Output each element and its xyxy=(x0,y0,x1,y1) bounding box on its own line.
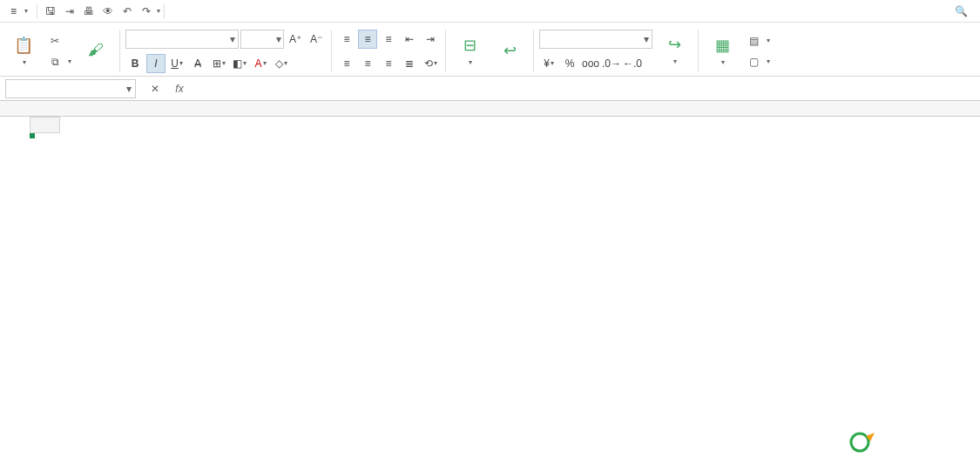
currency-button[interactable]: ¥▾ xyxy=(539,54,558,73)
fill-handle[interactable] xyxy=(30,133,35,138)
percent-button[interactable]: % xyxy=(560,54,579,73)
preview-icon[interactable]: 👁 xyxy=(98,2,118,21)
chevron-down-icon[interactable]: ▾ xyxy=(640,33,652,45)
convert-icon: ↪ xyxy=(668,35,681,54)
merge-icon: ⊟ xyxy=(463,36,476,55)
command-search[interactable]: 🔍 xyxy=(955,5,980,17)
cond-format-button[interactable]: ▦ ▾ xyxy=(704,28,740,75)
cancel-icon[interactable]: ✕ xyxy=(146,80,164,98)
redo-icon[interactable]: ↷ xyxy=(137,2,156,21)
file-menu[interactable]: ≡ ▾ xyxy=(5,5,33,17)
separator xyxy=(331,30,332,72)
separator xyxy=(533,30,534,72)
align-top-button[interactable]: ≡ xyxy=(337,30,356,49)
ribbon: 📋 ▾ ✂ ⧉▾ 🖌 ▾ ▾ A⁺ A⁻ B I xyxy=(0,23,980,77)
group-font: ▾ ▾ A⁺ A⁻ B I U▾ A̶ ⊞▾ ◧▾ A▾ ◇▾ xyxy=(125,26,326,76)
border-button[interactable]: ⊞▾ xyxy=(209,54,228,73)
paste-button[interactable]: 📋 ▾ xyxy=(5,28,42,75)
merge-center-button[interactable]: ⊟ ▾ xyxy=(451,28,488,75)
menu-bar: ≡ ▾ 🖫 ⇥ 🖶 👁 ↶ ↷ ▾ 🔍 xyxy=(0,0,980,23)
increase-decimal-button[interactable]: .0→ xyxy=(602,54,621,73)
group-number: ▾ ¥▾ % ooo .0→ ←.0 xyxy=(539,26,652,76)
paste-icon: 📋 xyxy=(14,36,33,55)
font-size-combo[interactable]: ▾ xyxy=(240,30,284,49)
group-clipboard: 📋 ▾ ✂ ⧉▾ 🖌 xyxy=(5,26,114,76)
cut-button[interactable]: ✂ xyxy=(45,32,74,50)
table-style-button[interactable]: ▤▾ xyxy=(744,32,773,50)
separator xyxy=(164,4,165,18)
sheet-table[interactable] xyxy=(30,117,980,133)
decrease-decimal-button[interactable]: ←.0 xyxy=(623,54,642,73)
copy-icon: ⧉ xyxy=(48,55,62,69)
chevron-down-icon[interactable]: ▾ xyxy=(226,33,238,45)
logo-icon xyxy=(844,429,879,455)
separator xyxy=(119,30,120,72)
cell-style-button[interactable]: ▢▾ xyxy=(744,53,773,71)
grid-icon: ▦ xyxy=(715,36,730,55)
sheet[interactable] xyxy=(30,117,980,464)
italic-button[interactable]: I xyxy=(146,54,166,73)
select-all-corner[interactable] xyxy=(30,118,60,133)
separator xyxy=(37,4,37,18)
outline-gutter[interactable] xyxy=(0,117,30,464)
type-convert-button[interactable]: ↪ ▾ xyxy=(656,26,693,73)
group-styles: ▦ ▾ ▤▾ ▢▾ xyxy=(704,26,773,76)
copy-button[interactable]: ⧉▾ xyxy=(45,53,74,71)
grid-area xyxy=(0,117,980,464)
outline-toggle xyxy=(0,101,980,117)
group-merge: ⊟ ▾ ↩ xyxy=(451,26,528,76)
increase-font-button[interactable]: A⁺ xyxy=(286,30,305,49)
bucket-icon: ◧ xyxy=(233,57,242,70)
save-icon[interactable]: 🖫 xyxy=(41,2,60,21)
chevron-down-icon[interactable]: ▾ xyxy=(157,7,160,15)
formula-bar: ▾ ✕ fx xyxy=(0,77,980,101)
auto-wrap-button[interactable]: ↩ xyxy=(491,28,528,75)
formula-input[interactable] xyxy=(195,82,980,95)
fx-icon[interactable]: fx xyxy=(171,80,188,98)
separator xyxy=(698,30,699,72)
justify-button[interactable]: ≣ xyxy=(400,54,419,73)
format-painter-button[interactable]: 🖌 xyxy=(78,28,114,75)
phonetic-button[interactable]: ◇▾ xyxy=(272,54,291,73)
menu-icon: ≡ xyxy=(10,5,17,17)
brush-icon: 🖌 xyxy=(88,41,104,59)
align-center-button[interactable]: ≡ xyxy=(358,54,377,73)
name-box-input[interactable] xyxy=(6,83,123,95)
strikethrough-button[interactable]: A̶ xyxy=(188,54,207,73)
chevron-down-icon: ▾ xyxy=(24,7,28,15)
comma-button[interactable]: ooo xyxy=(581,54,600,73)
bold-button[interactable]: B xyxy=(125,54,145,73)
font-name-combo[interactable]: ▾ xyxy=(125,30,239,49)
underline-button[interactable]: U▾ xyxy=(167,54,186,73)
search-icon: 🔍 xyxy=(955,5,968,17)
number-format-input[interactable] xyxy=(540,33,640,45)
font-name-input[interactable] xyxy=(126,33,226,45)
align-left-button[interactable]: ≡ xyxy=(337,54,356,73)
undo-icon[interactable]: ↶ xyxy=(118,2,137,21)
cut-icon: ✂ xyxy=(48,34,62,48)
align-middle-button[interactable]: ≡ xyxy=(358,30,377,49)
font-color-button[interactable]: A▾ xyxy=(251,54,270,73)
number-format-combo[interactable]: ▾ xyxy=(539,30,652,49)
chevron-down-icon[interactable]: ▾ xyxy=(274,33,283,45)
fill-color-button[interactable]: ◧▾ xyxy=(230,54,249,73)
export-icon[interactable]: ⇥ xyxy=(60,2,79,21)
group-alignment: ≡ ≡ ≡ ⇤ ⇥ ≡ ≡ ≡ ≣ ⟲▾ xyxy=(337,26,440,76)
decrease-font-button[interactable]: A⁻ xyxy=(307,30,326,49)
increase-indent-button[interactable]: ⇥ xyxy=(421,30,440,49)
separator xyxy=(445,30,446,72)
name-box[interactable]: ▾ xyxy=(5,79,136,98)
wrap-icon: ↩ xyxy=(504,41,517,60)
font-size-input[interactable] xyxy=(241,33,274,45)
align-bottom-button[interactable]: ≡ xyxy=(379,30,398,49)
selection-overlay xyxy=(30,133,33,137)
orientation-button[interactable]: ⟲▾ xyxy=(421,54,440,73)
table-icon: ▤ xyxy=(747,34,760,48)
chevron-down-icon[interactable]: ▾ xyxy=(123,83,135,95)
align-right-button[interactable]: ≡ xyxy=(379,54,398,73)
print-icon[interactable]: 🖶 xyxy=(79,2,98,21)
cell-icon: ▢ xyxy=(747,55,760,69)
decrease-indent-button[interactable]: ⇤ xyxy=(400,30,419,49)
